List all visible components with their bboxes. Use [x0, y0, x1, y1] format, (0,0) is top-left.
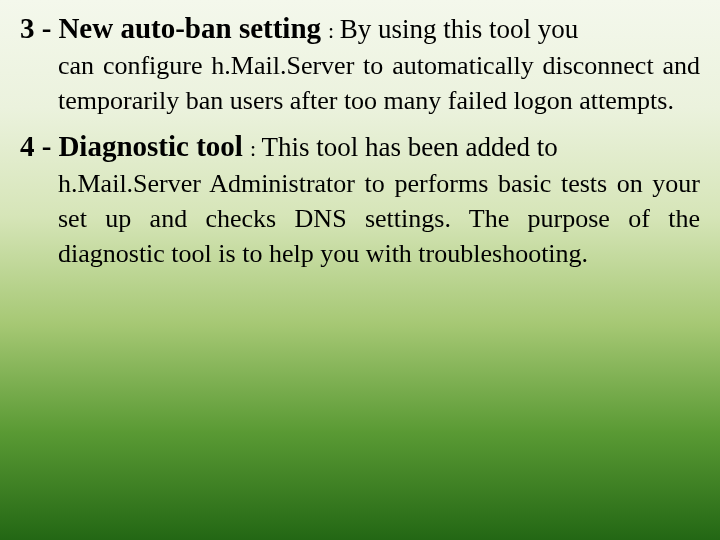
slide-content: 3 - New auto-ban setting : By using this…: [0, 0, 720, 271]
item-first-rest: By using this tool you: [340, 14, 579, 44]
list-item: 3 - New auto-ban setting : By using this…: [20, 10, 700, 118]
item-title: New auto-ban setting: [58, 12, 321, 44]
list-item: 4 - Diagnostic tool : This tool has been…: [20, 128, 700, 271]
item-first-rest: This tool has been added to: [262, 132, 558, 162]
item-first-line: 4 - Diagnostic tool : This tool has been…: [20, 128, 700, 166]
item-body: h.Mail.Server Administrator to performs …: [20, 166, 700, 271]
item-colon: :: [328, 18, 340, 43]
item-number: 4 -: [20, 130, 51, 162]
item-title: Diagnostic tool: [58, 130, 242, 162]
item-number: 3 -: [20, 12, 51, 44]
item-colon: :: [250, 136, 262, 161]
item-body: can configure h.Mail.Server to automatic…: [20, 48, 700, 118]
item-first-line: 3 - New auto-ban setting : By using this…: [20, 10, 700, 48]
